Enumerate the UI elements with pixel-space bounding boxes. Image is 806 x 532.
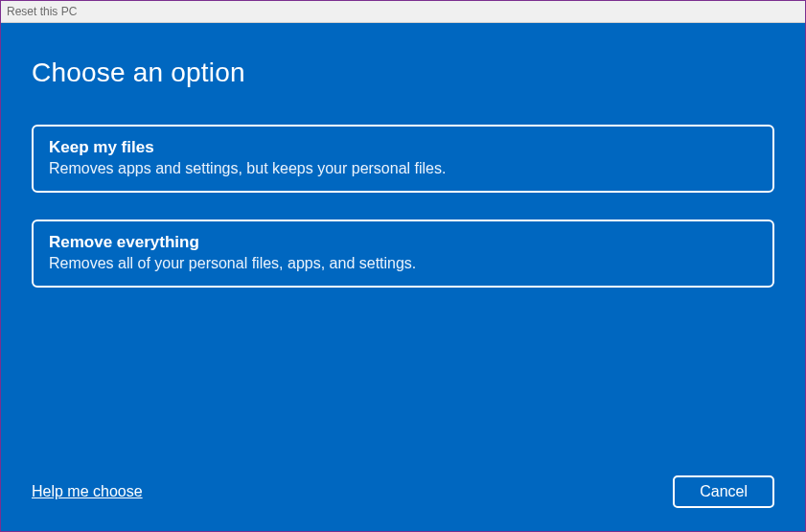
option-title: Remove everything [49,233,757,252]
help-me-choose-link[interactable]: Help me choose [32,483,143,500]
option-title: Keep my files [49,138,757,157]
footer: Help me choose Cancel [32,460,774,508]
options-list: Keep my files Removes apps and settings,… [32,125,774,288]
page-heading: Choose an option [32,58,774,88]
option-keep-my-files[interactable]: Keep my files Removes apps and settings,… [32,125,774,193]
window-title: Reset this PC [7,5,77,18]
cancel-button[interactable]: Cancel [673,475,774,508]
title-bar: Reset this PC [1,1,805,23]
content-area: Choose an option Keep my files Removes a… [1,23,805,531]
option-description: Removes apps and settings, but keeps you… [49,160,757,177]
option-remove-everything[interactable]: Remove everything Removes all of your pe… [32,220,774,288]
option-description: Removes all of your personal files, apps… [49,255,757,272]
reset-pc-window: Reset this PC Choose an option Keep my f… [0,0,806,532]
